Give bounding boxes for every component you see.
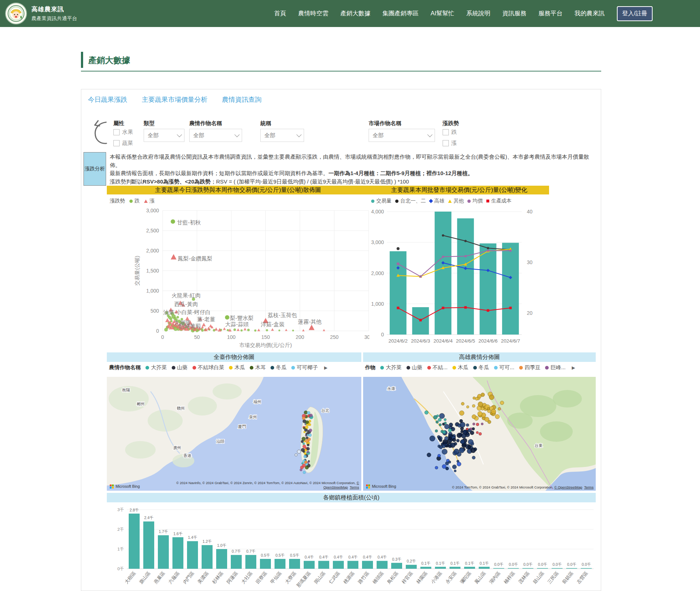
map-crop-dot[interactable] <box>466 428 468 430</box>
map-crop-dot[interactable] <box>439 445 443 449</box>
nav-item-info-service[interactable]: 資訊服務 <box>502 9 526 18</box>
map-crop-dot[interactable] <box>472 414 476 419</box>
district-bar[interactable] <box>522 568 533 569</box>
scatter-point-up[interactable] <box>244 328 246 330</box>
map-crop-dot[interactable] <box>303 427 305 429</box>
map-crop-dot[interactable] <box>470 428 472 430</box>
district-bar[interactable] <box>581 568 592 569</box>
district-bar[interactable] <box>362 561 373 569</box>
map-crop-dot[interactable] <box>450 443 455 448</box>
district-bar[interactable] <box>508 568 519 569</box>
up-checkbox-icon[interactable] <box>443 140 449 146</box>
volume-bar[interactable] <box>480 243 497 335</box>
checkbox-up[interactable]: 漲 <box>443 140 457 147</box>
map-crop-dot[interactable] <box>489 395 494 400</box>
nav-item-group-zone[interactable]: 集團產銷專區 <box>382 9 419 18</box>
district-bar[interactable] <box>245 555 256 569</box>
map-crop-dot[interactable] <box>462 443 466 448</box>
map-crop-dot[interactable] <box>436 421 439 424</box>
scatter-point-up[interactable] <box>271 328 274 331</box>
map-crop-dot[interactable] <box>448 461 451 463</box>
map-crop-dot[interactable] <box>481 407 484 410</box>
legend-item[interactable]: 木瓜 <box>452 364 468 371</box>
bing-brand[interactable]: Microsoft Bing <box>110 484 140 488</box>
district-bar[interactable] <box>172 537 183 569</box>
map-crop-dot[interactable] <box>307 434 309 436</box>
map-crop-dot[interactable] <box>475 397 478 400</box>
map-crop-dot[interactable] <box>303 445 306 448</box>
district-bar[interactable] <box>435 567 446 569</box>
map-crop-dot[interactable] <box>443 430 446 434</box>
district-bar[interactable] <box>377 561 388 569</box>
map-crop-dot[interactable] <box>305 426 308 429</box>
district-bar[interactable] <box>202 545 213 569</box>
district-bar[interactable] <box>333 561 344 569</box>
scatter-point-down[interactable] <box>254 329 256 332</box>
map-crop-dot[interactable] <box>435 466 438 469</box>
district-bar-chart[interactable]: 0千1千2千3千2.8千大樹區2.4千旗山區1.7千燕巢區1.6千六龜區1.4千… <box>107 504 596 591</box>
map-crop-dot[interactable] <box>306 420 309 424</box>
legend-item[interactable]: 大芥菜 <box>145 364 167 371</box>
district-bar[interactable] <box>479 567 490 569</box>
map-crop-dot[interactable] <box>472 423 475 425</box>
terms-link[interactable]: Terms <box>584 485 594 489</box>
nav-item-ai-help[interactable]: AI幫幫忙 <box>431 9 454 18</box>
map-crop-dot[interactable] <box>304 452 307 455</box>
district-bar[interactable] <box>537 568 548 569</box>
legend-item[interactable]: 木瓜 <box>229 364 245 371</box>
nav-item-system-guide[interactable]: 系統說明 <box>466 9 490 18</box>
price-line[interactable] <box>443 235 510 250</box>
legend-more-icon[interactable]: ▶ <box>324 365 327 370</box>
scatter-point-up[interactable] <box>223 327 226 330</box>
scatter-point-up[interactable] <box>323 329 325 331</box>
map-crop-dot[interactable] <box>454 449 459 454</box>
map-crop-dot[interactable] <box>500 401 504 405</box>
volume-bar[interactable] <box>502 243 519 335</box>
district-bar[interactable] <box>552 568 563 569</box>
district-bar[interactable] <box>406 565 417 569</box>
map-crop-dot[interactable] <box>444 418 446 421</box>
map-crop-dot[interactable] <box>491 409 496 414</box>
map-crop-dot[interactable] <box>309 429 312 432</box>
map-crop-dot[interactable] <box>478 402 483 407</box>
scatter-point-down[interactable] <box>164 328 168 332</box>
legend-more-icon[interactable]: ▶ <box>572 365 575 370</box>
scatter-point-up[interactable] <box>285 329 288 331</box>
map-crop-dot[interactable] <box>303 443 305 445</box>
district-bar[interactable] <box>158 535 169 569</box>
map-crop-dot[interactable] <box>498 407 501 410</box>
scatter-point-down[interactable] <box>170 317 172 320</box>
vegetable-checkbox-icon[interactable] <box>113 140 120 146</box>
legend-item[interactable]: 木耳 <box>250 364 266 371</box>
scatter-point-down[interactable] <box>233 328 236 331</box>
nav-item-agri-cloud[interactable]: 農情時空雲 <box>298 9 328 18</box>
district-bar[interactable] <box>566 568 577 569</box>
map-crop-dot[interactable] <box>309 414 312 417</box>
legend-item[interactable]: 山藥 <box>172 364 188 371</box>
map-crop-dot[interactable] <box>478 412 482 416</box>
district-bar[interactable] <box>493 568 504 569</box>
map-crop-dot[interactable] <box>460 422 465 428</box>
legend-item[interactable]: 可可椰子 <box>291 364 318 371</box>
scatter-point-down[interactable] <box>241 329 243 332</box>
scatter-chart[interactable]: 05010015020025030005001,0001,5002,0002,5… <box>107 194 369 362</box>
map-crop-dot[interactable] <box>308 438 311 441</box>
map-crop-dot[interactable] <box>476 423 479 426</box>
map-crop-dot[interactable] <box>444 422 446 424</box>
map-crop-dot[interactable] <box>481 423 483 425</box>
district-bar[interactable] <box>420 567 431 569</box>
legend-item[interactable]: 冬瓜 <box>271 364 287 371</box>
map-crop-dot[interactable] <box>301 448 304 452</box>
scatter-point-down[interactable] <box>292 330 294 332</box>
map-crop-dot[interactable] <box>429 436 435 441</box>
district-bar[interactable] <box>304 561 315 569</box>
map-crop-dot[interactable] <box>300 468 302 471</box>
nav-item-home[interactable]: 首頁 <box>274 9 286 18</box>
map-crop-dot[interactable] <box>452 438 456 442</box>
district-bar[interactable] <box>143 521 154 569</box>
map-crop-dot[interactable] <box>304 461 307 464</box>
map-crop-dot[interactable] <box>433 416 438 420</box>
district-bar[interactable] <box>216 549 227 569</box>
map-crop-dot[interactable] <box>487 407 490 410</box>
legend-item[interactable]: 冬瓜 <box>473 364 489 371</box>
